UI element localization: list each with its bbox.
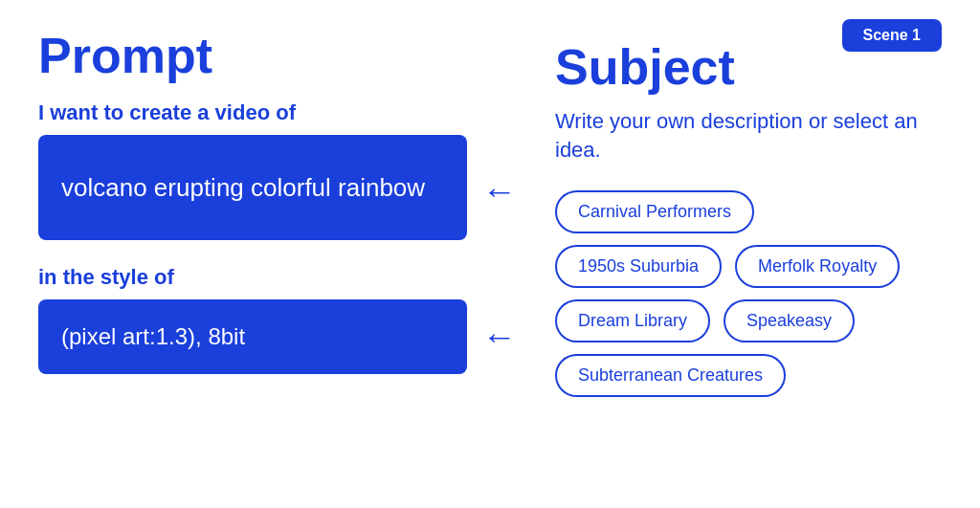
style-input-row: (pixel art:1.3), 8bit ←: [38, 299, 517, 374]
chip-subterranean-creatures[interactable]: Subterranean Creatures: [555, 354, 786, 397]
chip-row-3: Dream Library Speakeasy: [555, 299, 942, 342]
chip-row-4: Subterranean Creatures: [555, 354, 942, 397]
subject-panel: Scene 1 Subject Write your own descripti…: [555, 29, 942, 479]
style-label: in the style of: [38, 265, 517, 290]
chip-row-1: Carnival Performers: [555, 190, 942, 233]
subject-label: I want to create a video of: [38, 100, 517, 125]
scene-badge[interactable]: Scene 1: [842, 19, 942, 52]
subject-input-wrapper: volcano erupting colorful rainbow: [38, 135, 467, 248]
chip-dream-library[interactable]: Dream Library: [555, 299, 710, 342]
subject-description: Write your own description or select an …: [555, 107, 942, 164]
chip-merfolk-royalty[interactable]: Merfolk Royalty: [735, 245, 900, 288]
chip-speakeasy[interactable]: Speakeasy: [724, 299, 855, 342]
chip-1950s-suburbia[interactable]: 1950s Suburbia: [555, 245, 722, 288]
style-input-wrapper: (pixel art:1.3), 8bit: [38, 299, 467, 374]
style-input[interactable]: (pixel art:1.3), 8bit: [38, 299, 467, 374]
chip-carnival-performers[interactable]: Carnival Performers: [555, 190, 754, 233]
subject-chips: Carnival Performers 1950s Suburbia Merfo…: [555, 190, 942, 397]
chip-row-2: 1950s Suburbia Merfolk Royalty: [555, 245, 942, 288]
prompt-title: Prompt: [38, 29, 517, 83]
prompt-panel: Prompt I want to create a video of volca…: [38, 29, 517, 479]
subject-input[interactable]: volcano erupting colorful rainbow: [38, 135, 467, 240]
subject-arrow-icon: ←: [482, 171, 517, 211]
style-arrow-icon: ←: [482, 317, 517, 357]
subject-input-row: volcano erupting colorful rainbow ←: [38, 135, 517, 248]
